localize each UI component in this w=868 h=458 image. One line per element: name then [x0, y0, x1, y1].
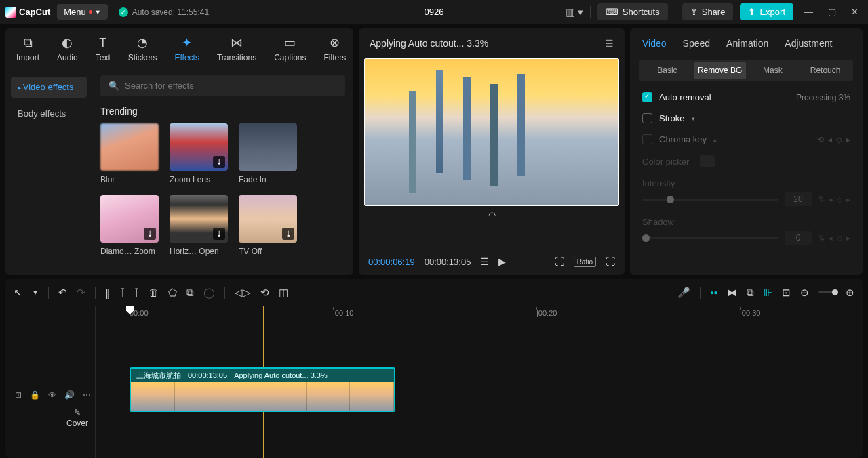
timeline-tracks[interactable]: 00:00 |00:10 |00:20 |00:30 上海城市航拍 00:00:…: [96, 306, 863, 458]
copy-icon[interactable]: ⧉: [186, 287, 194, 299]
effect-diamond-zoom[interactable]: ⭳Diamo… Zoom: [100, 195, 159, 256]
keyframe-next-icon[interactable]: ▸: [846, 195, 850, 204]
inspector-subtabs: Basic Remove BG Mask Retouch: [639, 60, 853, 81]
effect-fade-in[interactable]: Fade In: [239, 123, 297, 184]
tab-effects[interactable]: ✦Effects: [170, 33, 203, 68]
keyframe-icon[interactable]: ◇: [836, 135, 842, 144]
export-button[interactable]: ⬆ Export: [740, 3, 793, 20]
preview-viewport[interactable]: [364, 58, 619, 206]
tab-stickers[interactable]: ◔Stickers: [124, 33, 161, 68]
redo-icon[interactable]: ↷: [77, 287, 85, 299]
keyframe-prev-icon[interactable]: ◂: [829, 234, 833, 243]
more-icon[interactable]: ⋯: [83, 390, 91, 400]
keyframe-next-icon[interactable]: ▸: [846, 135, 850, 144]
tab-animation[interactable]: Animation: [726, 38, 768, 49]
stepper-icon[interactable]: ⇅: [818, 234, 825, 243]
cover-button[interactable]: ✎ Cover: [60, 404, 95, 432]
capcut-logo-icon: [5, 7, 16, 18]
link-icon[interactable]: ⧓: [727, 287, 737, 299]
zoom-slider[interactable]: [818, 291, 836, 293]
subtab-basic[interactable]: Basic: [642, 62, 693, 79]
fullscreen-icon[interactable]: ⛶: [606, 256, 615, 267]
effect-blur[interactable]: Blur: [100, 123, 159, 184]
keyframe-icon[interactable]: ◇: [837, 234, 842, 243]
select-tool-icon[interactable]: ↖: [14, 287, 22, 299]
tab-text[interactable]: TText: [92, 33, 115, 68]
list-icon[interactable]: ☰: [480, 256, 489, 267]
chevron-up-icon[interactable]: ▴: [713, 136, 717, 143]
subtab-retouch[interactable]: Retouch: [800, 62, 851, 79]
subtab-remove-bg[interactable]: Remove BG: [694, 62, 746, 79]
download-icon[interactable]: ⭳: [144, 228, 156, 240]
eye-icon[interactable]: 👁: [48, 390, 56, 400]
close-button[interactable]: ✕: [847, 7, 863, 17]
chevron-down-icon[interactable]: ▾: [692, 115, 695, 122]
subtab-mask[interactable]: Mask: [747, 62, 799, 79]
intensity-slider[interactable]: [642, 199, 778, 201]
trim-right-icon[interactable]: ⟧: [134, 287, 139, 299]
chain-icon[interactable]: ⧉: [747, 287, 754, 299]
expand-icon[interactable]: ⊡: [15, 390, 22, 400]
lock-icon[interactable]: 🔒: [30, 390, 40, 400]
zoom-in-icon[interactable]: ⊕: [846, 287, 854, 299]
tab-captions[interactable]: ▭Captions: [270, 33, 310, 68]
reset-icon[interactable]: ⟲: [817, 135, 824, 144]
tab-filters[interactable]: ⊗Filters: [320, 33, 351, 68]
mirror-icon[interactable]: ◁▷: [235, 287, 251, 299]
shadow-slider[interactable]: [642, 237, 778, 239]
marker-icon[interactable]: ⬠: [168, 287, 177, 299]
keyframe-prev-icon[interactable]: ◂: [828, 135, 832, 144]
keyframe-prev-icon[interactable]: ◂: [829, 195, 833, 204]
snap-icon[interactable]: ⊪: [764, 287, 772, 299]
search-icon: 🔍: [108, 81, 119, 91]
shadow-value[interactable]: 0: [785, 231, 812, 245]
tab-speed[interactable]: Speed: [683, 38, 710, 49]
tab-video[interactable]: Video: [642, 38, 667, 49]
play-button[interactable]: ▶: [498, 256, 506, 267]
tab-import[interactable]: ⧉Import: [12, 33, 43, 68]
auto-removal-checkbox[interactable]: [642, 92, 652, 102]
ratio-button[interactable]: Ratio: [574, 257, 596, 267]
subcat-video-effects[interactable]: Video effects: [11, 77, 87, 98]
search-input[interactable]: 🔍 Search for effects: [100, 75, 345, 96]
intensity-value[interactable]: 20: [785, 192, 812, 206]
timeline-ruler[interactable]: 00:00 |00:10 |00:20 |00:30: [96, 306, 863, 322]
mic-icon[interactable]: 🎤: [677, 287, 690, 299]
trim-left-icon[interactable]: ⟦: [120, 287, 125, 299]
keyframe-icon[interactable]: ◇: [837, 195, 842, 204]
zoom-out-icon[interactable]: ⊖: [800, 287, 809, 299]
preview-menu-icon[interactable]: ☰: [605, 38, 614, 49]
effect-zoom-lens[interactable]: ⭳Zoom Lens: [170, 123, 228, 184]
stepper-icon[interactable]: ⇅: [818, 195, 825, 204]
tab-audio[interactable]: ◐Audio: [53, 33, 82, 68]
download-icon[interactable]: ⭳: [213, 228, 225, 240]
speaker-icon[interactable]: 🔊: [64, 390, 75, 400]
subcat-body-effects[interactable]: Body effects: [11, 103, 87, 124]
delete-icon[interactable]: 🗑: [149, 287, 159, 298]
stroke-checkbox[interactable]: [642, 113, 652, 123]
tab-adjustment[interactable]: Adjustment: [785, 38, 832, 49]
download-icon[interactable]: ⭳: [282, 228, 294, 240]
minimize-button[interactable]: —: [800, 7, 817, 17]
menu-button[interactable]: Menu ▼: [57, 4, 107, 20]
preview-toggle-icon[interactable]: ⊡: [782, 287, 791, 299]
chevron-down-icon[interactable]: ▼: [32, 289, 39, 296]
layout-icon[interactable]: ▥ ▾: [566, 6, 583, 18]
rotate-icon[interactable]: ⟲: [260, 287, 269, 299]
color-swatch[interactable]: [700, 155, 715, 167]
maximize-button[interactable]: ▢: [824, 7, 840, 17]
split-icon[interactable]: ‖: [105, 287, 111, 299]
scale-icon[interactable]: ⛶: [555, 256, 564, 267]
chroma-checkbox[interactable]: [642, 134, 652, 144]
keyframe-next-icon[interactable]: ▸: [846, 234, 850, 243]
effect-tv-off[interactable]: ⭳TV Off: [239, 195, 297, 256]
crop-icon[interactable]: ◫: [279, 287, 288, 299]
tab-transitions[interactable]: ⋈Transitions: [213, 33, 260, 68]
share-button[interactable]: ⇪ Share: [682, 3, 734, 20]
video-clip[interactable]: 上海城市航拍 00:00:13:05 Applying Auto cutout.…: [130, 367, 395, 412]
shortcuts-button[interactable]: ⌨ Shortcuts: [597, 3, 668, 20]
undo-icon[interactable]: ↶: [58, 287, 67, 299]
effect-horizontal-open[interactable]: ⭳Horiz… Open: [170, 195, 228, 256]
download-icon[interactable]: ⭳: [213, 156, 225, 168]
magnet-icon[interactable]: ▪▪: [710, 287, 717, 298]
